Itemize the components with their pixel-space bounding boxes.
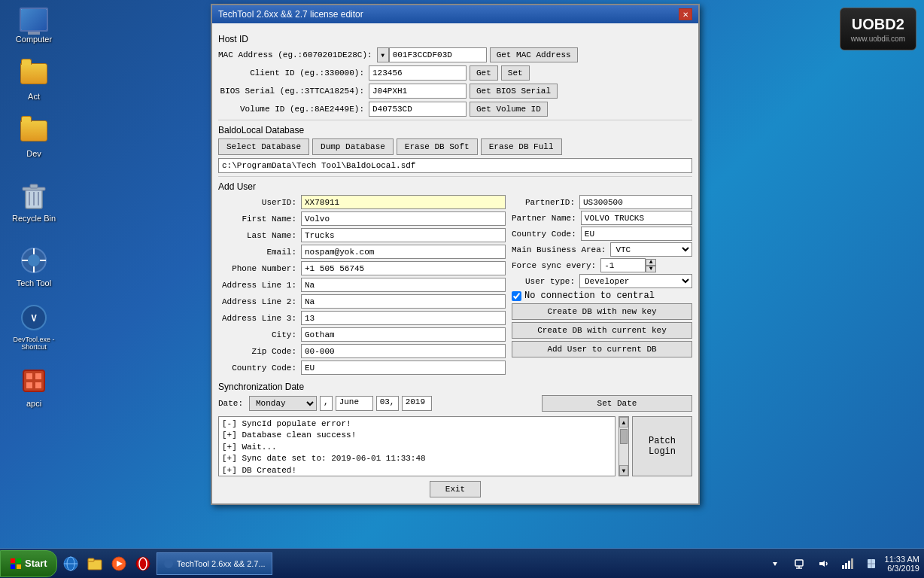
dialog-titlebar: TechTool 2.6xx && 2.7 license editor ✕ bbox=[212, 5, 698, 23]
taskbar-media-icon[interactable] bbox=[108, 553, 129, 574]
exit-button[interactable]: Exit bbox=[430, 481, 481, 497]
add-user-to-db-button[interactable]: Add User to current DB bbox=[512, 341, 692, 357]
phone-label: Phone Number: bbox=[218, 264, 301, 273]
taskbar-opera-icon[interactable] bbox=[132, 553, 153, 574]
get-bios-button[interactable]: Get BIOS Serial bbox=[470, 84, 558, 99]
noconnection-checkbox[interactable] bbox=[512, 291, 521, 301]
phone-row: Phone Number: bbox=[218, 261, 506, 275]
taskbar-ie-icon[interactable] bbox=[60, 553, 81, 574]
partnername-input[interactable] bbox=[581, 211, 692, 225]
svg-rect-17 bbox=[26, 382, 32, 388]
dialog-window: TechTool 2.6xx && 2.7 license editor ✕ H… bbox=[211, 4, 700, 505]
noconnection-row: No connection to central bbox=[512, 291, 692, 301]
apci-icon bbox=[19, 366, 49, 396]
email-input[interactable] bbox=[301, 245, 506, 259]
log-line: [-] SyncId populate error! bbox=[222, 418, 612, 430]
volume-input[interactable] bbox=[369, 102, 467, 117]
volume-row: Volume ID (eg.:8AE2449E): Get Volume ID bbox=[218, 102, 692, 117]
set-date-button[interactable]: Set Date bbox=[542, 395, 692, 412]
desktop-icon-computer[interactable]: Computer bbox=[8, 8, 60, 44]
desktop-icon-recycle[interactable]: Recycle Bin bbox=[8, 181, 60, 223]
city-input[interactable] bbox=[301, 327, 506, 342]
userid-row: UserID: bbox=[218, 195, 506, 209]
addr3-input[interactable] bbox=[301, 311, 506, 325]
dump-database-button[interactable]: Dump Database bbox=[312, 138, 394, 155]
bios-input[interactable] bbox=[369, 84, 467, 99]
right-country-label: Country Code: bbox=[512, 230, 581, 239]
log-text-area: [-] SyncId populate error![+] Database c… bbox=[218, 416, 615, 476]
addr2-row: Address Line 2: bbox=[218, 294, 506, 309]
svg-rect-19 bbox=[11, 558, 15, 563]
desktop-icon-volvo[interactable]: V DevTool.exe - Shortcut bbox=[8, 303, 60, 351]
set-client-button[interactable]: Set bbox=[501, 65, 530, 81]
client-label: Client ID (eg.:330000): bbox=[218, 68, 369, 78]
erase-db-full-button[interactable]: Erase DB Full bbox=[481, 138, 562, 155]
lastname-input[interactable] bbox=[301, 228, 506, 242]
techtool-taskbar-button[interactable]: TechTool 2.6xx && 2.7... bbox=[157, 552, 272, 575]
tray-network-icon[interactable] bbox=[789, 553, 810, 574]
monitor-icon bbox=[20, 8, 48, 32]
volvo-icon: V bbox=[19, 303, 49, 333]
firstname-input[interactable] bbox=[301, 211, 506, 226]
dialog-title: TechTool 2.6xx && 2.7 license editor bbox=[218, 9, 363, 20]
desktop-icon-dev[interactable]: Dev bbox=[8, 116, 60, 158]
add-user-left: UserID: First Name: Last Name: Email: bbox=[218, 195, 506, 377]
desktop-icon-act[interactable]: Act bbox=[8, 59, 60, 101]
svg-rect-20 bbox=[17, 558, 21, 563]
log-scroll-thumb[interactable] bbox=[620, 429, 628, 444]
get-volume-button[interactable]: Get Volume ID bbox=[470, 102, 548, 117]
tray-volume-icon[interactable] bbox=[813, 553, 834, 574]
forcesync-spinner[interactable]: ▲ ▼ bbox=[646, 259, 656, 272]
taskbar-folder-icon[interactable] bbox=[84, 553, 105, 574]
log-scroll-down[interactable]: ▼ bbox=[619, 465, 628, 476]
tray-signal-icon[interactable] bbox=[837, 553, 858, 574]
log-area: [-] SyncId populate error![+] Database c… bbox=[218, 416, 692, 476]
select-database-button[interactable]: Select Database bbox=[218, 138, 309, 155]
get-client-button[interactable]: Get bbox=[470, 65, 498, 81]
techtool-taskbar-label: TechTool 2.6xx && 2.7... bbox=[177, 559, 266, 568]
patch-login-button[interactable]: PatchLogin bbox=[632, 416, 692, 476]
log-scroll-up[interactable]: ▲ bbox=[619, 417, 628, 427]
userid-input[interactable] bbox=[301, 195, 506, 209]
get-mac-button[interactable]: Get MAC Address bbox=[490, 47, 578, 62]
create-db-current-key-button[interactable]: Create DB with current key bbox=[512, 322, 692, 339]
bios-row: BIOS Serial (eg.:3TTCA18254): Get BIOS S… bbox=[218, 84, 692, 99]
desktop-icon-techtool[interactable]: Tech Tool bbox=[8, 245, 60, 287]
start-button[interactable]: Start bbox=[0, 550, 57, 577]
mac-dropdown-button[interactable]: ▼ bbox=[377, 47, 389, 62]
addr1-input[interactable] bbox=[301, 278, 506, 292]
addr2-input[interactable] bbox=[301, 294, 506, 309]
addr3-row: Address Line 3: bbox=[218, 311, 506, 325]
zip-row: Zip Code: bbox=[218, 344, 506, 358]
techtool-icon bbox=[19, 245, 49, 275]
tray-arrow-icon[interactable] bbox=[764, 553, 786, 574]
mac-address-input[interactable] bbox=[389, 47, 487, 62]
mainbiz-select[interactable]: VTC bbox=[610, 242, 692, 257]
tray-flag-icon[interactable] bbox=[861, 553, 882, 574]
svg-rect-22 bbox=[17, 564, 21, 569]
create-db-new-key-button[interactable]: Create DB with new key bbox=[512, 303, 692, 320]
svg-rect-16 bbox=[35, 373, 41, 379]
date-dropdown-select[interactable]: Monday Tuesday Wednesday Thursday Friday… bbox=[249, 396, 317, 411]
svg-marker-37 bbox=[819, 561, 825, 567]
database-section-label: BaldoLocal Database bbox=[218, 125, 692, 135]
usertype-select[interactable]: Developer bbox=[579, 274, 692, 288]
forcesync-input[interactable] bbox=[600, 258, 646, 272]
svg-rect-38 bbox=[842, 565, 844, 569]
usertype-label: User type: bbox=[512, 277, 579, 286]
db-path-field bbox=[218, 158, 692, 173]
partnername-label: Partner Name: bbox=[512, 214, 581, 223]
client-id-input[interactable] bbox=[369, 65, 467, 81]
right-country-input[interactable] bbox=[581, 227, 692, 241]
country-input[interactable] bbox=[301, 360, 506, 375]
desktop-icon-apci[interactable]: apci bbox=[8, 366, 60, 408]
partnerid-input[interactable] bbox=[579, 195, 692, 209]
folder-icon-act bbox=[19, 59, 49, 89]
zip-input[interactable] bbox=[301, 344, 506, 358]
erase-db-soft-button[interactable]: Erase DB Soft bbox=[397, 138, 478, 155]
phone-input[interactable] bbox=[301, 261, 506, 275]
lastname-row: Last Name: bbox=[218, 228, 506, 242]
spinner-down-button[interactable]: ▼ bbox=[646, 266, 656, 272]
dialog-close-button[interactable]: ✕ bbox=[679, 8, 692, 20]
mainbiz-row: Main Business Area: VTC bbox=[512, 242, 692, 257]
